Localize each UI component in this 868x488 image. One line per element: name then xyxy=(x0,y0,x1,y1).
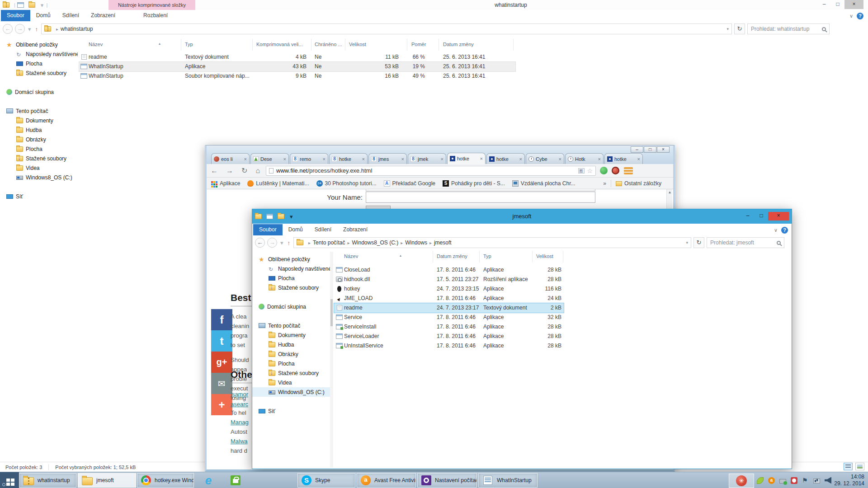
quick-access-toolbar[interactable]: | ▾ | xyxy=(0,2,47,9)
start-button[interactable] xyxy=(0,472,19,488)
breadcrumb[interactable]: ▸ Tento počítač ▸ Windows8_OS (C:) ▸ Win… xyxy=(293,237,691,248)
share-button[interactable]: + xyxy=(211,394,232,415)
tab-close-icon[interactable]: × xyxy=(598,156,601,162)
address-dropdown-icon[interactable]: ▾ xyxy=(727,27,729,31)
tray-icon[interactable] xyxy=(779,479,786,483)
bookmark-item[interactable]: Překladač Google xyxy=(384,180,435,187)
sidebar-item[interactable]: Plocha xyxy=(0,59,78,68)
browser-tab[interactable]: Dese × xyxy=(250,153,289,164)
bookmark-item[interactable]: 30 Photoshop tutori... xyxy=(316,180,377,187)
sidebar-item[interactable]: Oblíbené položky xyxy=(252,254,330,264)
browser-tab[interactable]: remo × xyxy=(290,153,328,164)
sidebar-item[interactable]: Videa xyxy=(252,378,330,387)
extension-icon-adblock[interactable] xyxy=(612,167,619,174)
sidebar-item[interactable]: Síť xyxy=(252,406,330,416)
tray-icon[interactable] xyxy=(813,479,820,483)
scroll-up-icon[interactable]: ▲ xyxy=(667,190,672,194)
breadcrumb-segment[interactable]: Windows xyxy=(405,239,427,246)
bookmark-item[interactable]: Aplikace xyxy=(211,180,240,187)
article-text[interactable]: To hel xyxy=(231,409,246,416)
name-input[interactable] xyxy=(366,192,595,203)
browser-tab[interactable]: hotke × xyxy=(447,153,486,164)
file-row[interactable]: hotkey 24. 7. 2013 23:15 Aplikace 116 kB xyxy=(334,284,564,294)
taskbar-button[interactable] xyxy=(225,473,250,488)
file-name[interactable]: ServiceInstall xyxy=(344,324,376,330)
sidebar-item[interactable]: Domácí skupina xyxy=(0,87,78,97)
back-button[interactable]: ← xyxy=(3,24,13,34)
details-view-button[interactable] xyxy=(844,463,853,470)
new-folder-icon[interactable] xyxy=(28,2,35,8)
taskbar-button[interactable]: Skype xyxy=(297,473,355,488)
ribbon-tab[interactable]: Domů xyxy=(283,224,309,235)
minimize-button[interactable]: – xyxy=(631,146,643,153)
tray-icon[interactable] xyxy=(825,477,831,484)
tab-close-icon[interactable]: × xyxy=(323,156,326,162)
column-header-type[interactable]: Typ xyxy=(483,253,491,259)
breadcrumb-segment[interactable]: Windows8_OS (C:) xyxy=(352,239,398,246)
sidebar-item[interactable]: Windows8_OS (C:) xyxy=(252,387,330,397)
file-row[interactable]: readme 24. 7. 2013 23:17 Textový dokumen… xyxy=(334,303,564,313)
ribbon-tab[interactable]: Zobrazení xyxy=(337,224,373,235)
article-text[interactable]: Malwa xyxy=(231,438,248,445)
tab-close-icon[interactable]: × xyxy=(637,156,640,162)
taskbar-button[interactable]: whatinstartup xyxy=(19,473,76,488)
share-button[interactable]: g+ xyxy=(211,352,232,373)
browser-tab[interactable]: Cybe × xyxy=(526,153,564,164)
sidebar-item[interactable]: Domácí skupina xyxy=(252,302,330,311)
file-row[interactable]: ServiceLoader 17. 8. 2011 6:46 Aplikace … xyxy=(334,332,564,341)
sidebar-item[interactable]: Windows8_OS (C:) xyxy=(0,173,78,182)
forward-button[interactable]: → xyxy=(222,167,237,175)
sidebar-item[interactable]: Naposledy navštívené xyxy=(252,264,330,273)
article-text[interactable]: Autost xyxy=(231,428,247,435)
sidebar-item[interactable]: Oblíbené položky xyxy=(0,40,78,49)
column-header-compressed[interactable]: Komprimovaná veli... xyxy=(256,42,303,47)
other-bookmarks-button[interactable]: Ostatní záložky xyxy=(616,180,661,187)
taskbar-button[interactable]: Avast Free Antivirus xyxy=(357,473,416,488)
address-bar[interactable]: www.file.net/process/hotkey.exe.html 图 ☆ xyxy=(266,166,596,176)
taskbar-button[interactable]: hotkey.exe Windo... xyxy=(137,473,194,488)
browser-tab[interactable]: eos li × xyxy=(211,153,250,164)
article-link[interactable]: isamor xyxy=(231,389,248,399)
search-icon[interactable] xyxy=(822,27,826,31)
file-name[interactable]: WhatInStartup xyxy=(89,73,123,79)
browser-tab[interactable]: Hotk × xyxy=(565,153,604,164)
sidebar-item[interactable]: Obrázky xyxy=(0,135,78,144)
search-input[interactable]: Prohledat: whatinstartup xyxy=(747,23,830,34)
refresh-button[interactable]: ↻ xyxy=(693,237,704,248)
tray-red-app-icon[interactable] xyxy=(736,475,747,486)
back-button[interactable]: ← xyxy=(207,167,222,175)
bookmark-item[interactable]: Pohádky pro děti - S... xyxy=(443,180,505,187)
tab-close-icon[interactable]: × xyxy=(480,156,483,161)
file-name[interactable]: readme xyxy=(344,305,363,311)
article-text[interactable]: Manag xyxy=(231,419,249,426)
maximize-button[interactable]: □ xyxy=(755,212,768,221)
column-header-type[interactable]: Typ xyxy=(185,42,193,47)
bookmark-star-icon[interactable]: ☆ xyxy=(587,167,593,174)
minimize-button[interactable]: – xyxy=(817,0,831,9)
sidebar-item[interactable]: Videa xyxy=(0,163,78,173)
search-icon[interactable] xyxy=(777,241,781,245)
title-bar[interactable]: ▾ jmesoft – □ × xyxy=(252,209,792,224)
file-name[interactable]: Service xyxy=(344,314,362,320)
qat-chevron-icon[interactable]: ▾ xyxy=(40,2,45,9)
file-name[interactable]: ServiceLoader xyxy=(344,333,379,339)
file-name[interactable]: WhatInStartup xyxy=(89,63,123,70)
breadcrumb-segment[interactable]: jmesoft xyxy=(434,239,452,246)
file-row[interactable]: Service 17. 8. 2011 6:46 Aplikace 32 kB xyxy=(334,313,564,322)
tab-close-icon[interactable]: × xyxy=(362,156,365,162)
bookmark-item[interactable]: Luštěnky | Matemati... xyxy=(247,180,309,187)
close-button[interactable]: × xyxy=(844,0,863,9)
tab-close-icon[interactable]: × xyxy=(559,156,561,162)
column-header-name[interactable]: Název xyxy=(89,42,103,47)
file-name[interactable]: JME_LOAD xyxy=(344,295,373,301)
ribbon-tab[interactable]: Rozbalení xyxy=(137,10,174,21)
column-header-size[interactable]: Velikost xyxy=(349,42,366,47)
sidebar-item[interactable]: Plocha xyxy=(0,144,78,154)
back-button[interactable]: ← xyxy=(255,238,265,248)
article-link[interactable]: asearc xyxy=(231,399,248,409)
ribbon-tab[interactable]: Soubor xyxy=(1,10,30,21)
tray-icon[interactable] xyxy=(757,477,764,484)
share-button[interactable]: f xyxy=(211,309,232,330)
close-button[interactable]: × xyxy=(657,146,670,153)
file-name[interactable]: hidhook.dll xyxy=(344,276,370,282)
